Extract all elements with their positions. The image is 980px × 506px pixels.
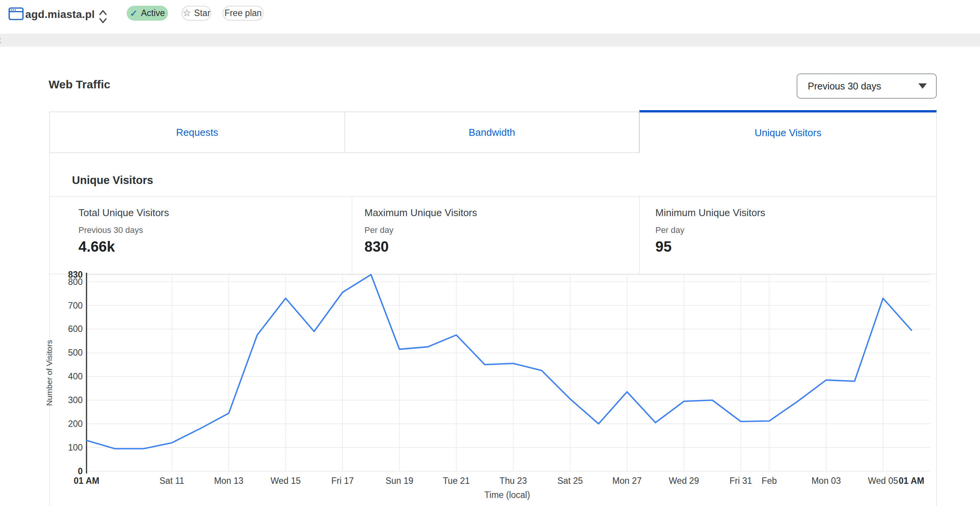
x-axis-tick: Wed 15	[255, 476, 316, 486]
x-axis-tick: 01 AM	[881, 476, 942, 486]
chart-plot-area[interactable]	[87, 275, 930, 471]
y-axis-tick: 100	[0, 443, 83, 453]
x-axis-tick: Sat 11	[141, 476, 203, 486]
x-axis-tick: Wed 29	[653, 476, 715, 486]
x-axis-tick: Mon 27	[596, 476, 658, 486]
x-axis-tick: Fri 17	[312, 476, 373, 486]
x-axis-title: Time (local)	[469, 490, 546, 500]
y-axis-title: Number of Visitors	[45, 340, 54, 406]
y-axis-tick: 700	[0, 301, 83, 311]
y-axis-tick: 300	[0, 395, 83, 405]
x-axis-tick: 01 AM	[56, 476, 117, 486]
x-axis-tick: Sat 25	[539, 476, 601, 486]
y-axis-tick: 500	[0, 348, 83, 358]
x-axis-tick: Mon 13	[198, 476, 260, 486]
y-axis-tick: 200	[0, 419, 83, 429]
y-axis-tick: 800	[0, 277, 83, 287]
y-axis-tick: 600	[0, 324, 83, 334]
x-axis-tick: Sun 19	[369, 476, 430, 486]
x-axis-tick: Thu 23	[483, 476, 544, 486]
x-axis-tick: Tue 21	[426, 476, 487, 486]
x-axis-tick: Mon 03	[795, 476, 857, 486]
y-axis-tick: 400	[0, 371, 83, 382]
x-axis-tick: Feb	[738, 476, 800, 486]
y-axis-tick: 0	[0, 466, 83, 477]
